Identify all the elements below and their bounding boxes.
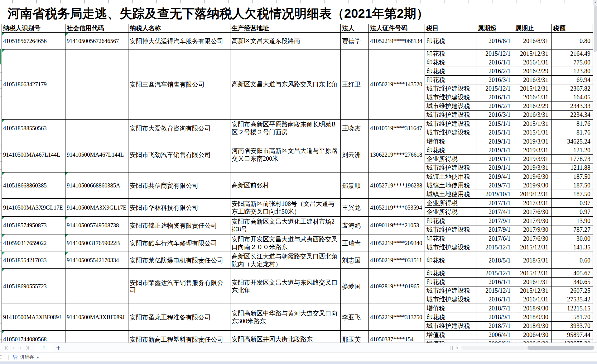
period-end-cell[interactable]: 2015/1/31 (514, 128, 552, 137)
period-start-cell[interactable]: 2015/12/1 (476, 49, 514, 58)
col-header-credit-code[interactable]: 社会信用代码 (65, 24, 128, 33)
tax-amount-cell[interactable]: 581.70 (552, 313, 593, 322)
tax-item-cell[interactable]: 印花税 (425, 313, 476, 322)
sheet-tab-1[interactable]: 1 (35, 343, 53, 353)
tax-item-cell[interactable]: 增值税 (425, 339, 476, 343)
period-end-cell[interactable]: 2019/9/30 (514, 181, 552, 190)
tax-amount-cell[interactable]: 787.27 (552, 225, 593, 234)
tax-item-cell[interactable]: 印花税 (425, 234, 476, 243)
legal-person-cell[interactable]: 王瑞青 (341, 234, 369, 252)
period-end-cell[interactable]: 2017/6/30 (514, 234, 552, 243)
legal-id-cell[interactable]: 41010519****311647 (369, 119, 425, 137)
address-cell[interactable]: 高新区长江大道与朝霞路交叉口西北角院内（大定龙村） (230, 252, 341, 269)
tax-item-cell[interactable]: 城市维护建设税 (425, 128, 476, 137)
taxpayer-name-cell[interactable]: 安阳市圣龙工程准备有限公司 (128, 304, 230, 330)
tax-item-cell[interactable]: 企业所得税 (425, 199, 476, 208)
period-start-cell[interactable]: 2016/1/1 (476, 58, 514, 67)
tax-amount-cell[interactable]: 405.67 (552, 269, 593, 278)
tax-item-cell[interactable]: 城镇土地使用税 (425, 181, 476, 190)
tax-item-cell[interactable]: 城市维护建设税 (425, 93, 476, 102)
period-end-cell[interactable]: 2015/12/31 (514, 286, 552, 295)
address-cell[interactable]: 安阳市高新区文昌大道化工建材市场2排8号 (230, 216, 341, 234)
tax-amount-cell[interactable]: 27535.42 (552, 295, 593, 304)
period-end-cell[interactable]: 2019/12/31 (514, 190, 552, 199)
tax-item-cell[interactable]: 城市维护建设税 (425, 102, 476, 111)
tax-amount-cell[interactable]: 2607.25 (552, 286, 593, 295)
taxpayer-id-cell[interactable]: 410518554217033 (2, 252, 65, 269)
tax-item-cell[interactable]: 城市维护建设税 (425, 163, 476, 173)
period-end-cell[interactable]: 2015/12/31 (514, 84, 552, 93)
taxpayer-id-cell[interactable]: 410518588550563 (2, 119, 65, 137)
taxpayer-name-cell[interactable]: 安阳市大爱教育咨询有限公司 (128, 119, 230, 137)
address-cell[interactable]: 安阳市高新区平原路南段东侧长明苑B区２号楼２号门面房 (230, 119, 341, 137)
tax-item-cell[interactable]: 印花税 (425, 269, 476, 278)
page-title[interactable]: 河南省税务局走逃、失踪及查无下落纳税人欠税情况明细表（2021年第2期） (7, 4, 429, 22)
taxpayer-name-cell[interactable]: 安阳市飞劲汽车销售有限公司 (128, 137, 230, 172)
period-start-cell[interactable]: 2019/1/1 (476, 146, 514, 155)
legal-person-cell[interactable]: 王红卫 (341, 49, 369, 119)
period-end-cell[interactable]: 2006/4/30 (514, 330, 552, 339)
period-start-cell[interactable]: 2015/12/1 (476, 286, 514, 295)
period-end-cell[interactable]: 2019/3/31 (514, 155, 552, 163)
tax-item-cell[interactable]: 印花税 (425, 76, 476, 84)
add-sheet-icon[interactable]: + (56, 343, 60, 352)
credit-code-cell[interactable]: 914105005672646567 (65, 33, 128, 49)
prev-sheet-icon[interactable] (10, 344, 17, 351)
tax-amount-cell[interactable]: 187.50 (552, 190, 593, 199)
col-header-taxpayer-name[interactable]: 纳税人名称 (128, 24, 230, 33)
tax-item-cell[interactable]: 城市维护建设税 (425, 225, 476, 234)
horizontal-scrollbar-thumb[interactable] (527, 346, 594, 350)
tax-amount-cell[interactable]: 34625.24 (552, 137, 593, 146)
period-start-cell[interactable]: 2006/6/1 (476, 339, 514, 343)
col-header-tax-amount[interactable]: 税额 (552, 24, 593, 33)
legal-person-cell[interactable]: 刘云洲 (341, 137, 369, 172)
legal-person-cell[interactable]: 王兴龙 (341, 199, 369, 216)
address-cell[interactable]: 安阳高新区井冈大街北段路东 (230, 330, 341, 343)
period-start-cell[interactable]: 2006/4/1 (476, 330, 514, 339)
period-start-cell[interactable]: 2016/3/1 (476, 76, 514, 84)
credit-code-cell[interactable] (65, 49, 128, 119)
period-end-cell[interactable]: 2016/8/31 (514, 33, 552, 49)
col-header-period-end[interactable]: 属期止 (514, 24, 552, 33)
horizontal-scrollbar[interactable] (461, 346, 595, 350)
legal-id-cell[interactable]: 41052219****313750 (369, 304, 425, 330)
period-end-cell[interactable]: 2015/1/31 (514, 119, 552, 128)
legal-id-cell[interactable]: 41052719****196238 (369, 172, 425, 199)
first-sheet-icon[interactable] (3, 344, 10, 351)
period-start-cell[interactable]: 2018/7/1 (476, 322, 514, 331)
taxpayer-id-cell[interactable]: 91410500MA3XBF089J (2, 304, 65, 330)
legal-person-cell[interactable]: 李亚飞 (341, 304, 369, 330)
taxpayer-id-cell[interactable]: 410518574950873 (2, 216, 65, 234)
credit-code-cell[interactable]: 914105005749508738 (65, 216, 128, 234)
period-start-cell[interactable]: 2016/2/1 (476, 102, 514, 111)
period-end-cell[interactable]: 2017/9/30 (514, 216, 552, 225)
period-end-cell[interactable]: 2015/12/31 (514, 49, 552, 58)
tax-item-cell[interactable]: 印花税 (425, 278, 476, 286)
taxpayer-id-cell[interactable]: 410590317659022 (2, 234, 65, 252)
tax-item-cell[interactable]: 城镇土地使用税 (425, 190, 476, 199)
legal-id-cell[interactable]: 41052219****068134 (369, 33, 425, 49)
tax-amount-cell[interactable]: 0.97 (552, 208, 593, 217)
tax-amount-cell[interactable]: 1778.73 (552, 155, 593, 163)
period-end-cell[interactable]: 2016/2/29 (514, 102, 552, 111)
period-start-cell[interactable]: 2018/5/1 (476, 252, 514, 269)
credit-code-cell[interactable]: 91410500MA3X9GL17E (65, 199, 128, 216)
credit-code-cell[interactable]: 91410500MA467L144L (65, 137, 128, 172)
period-end-cell[interactable]: 2017/6/30 (514, 208, 552, 217)
period-start-cell[interactable]: 2017/9/1 (476, 225, 514, 234)
inventory-app-label[interactable]: 进销存 (20, 354, 34, 360)
taxpayer-name-cell[interactable]: 安阳市荣鑫达汽车销售服务有限公司 (128, 269, 230, 304)
period-start-cell[interactable]: 2017/1/1 (476, 199, 514, 208)
period-start-cell[interactable]: 2019/1/1 (476, 163, 514, 173)
address-cell[interactable]: 高新区前张村 (230, 172, 341, 199)
taxpayer-name-cell[interactable]: 安阳三鑫汽车销售有限公司 (128, 49, 230, 119)
period-end-cell[interactable]: 2019/3/31 (514, 163, 552, 173)
col-header-address[interactable]: 生产经营地址 (230, 24, 341, 33)
legal-id-cell[interactable]: 41052119****053594 (369, 199, 425, 216)
tax-item-cell[interactable]: 印花税 (425, 49, 476, 58)
legal-id-cell[interactable]: 13062219****276618 (369, 137, 425, 172)
col-header-period-start[interactable]: 属期起 (476, 24, 514, 33)
period-start-cell[interactable]: 2016/1/1 (476, 295, 514, 304)
tax-amount-cell[interactable]: 164.05 (552, 93, 593, 102)
period-end-cell[interactable]: 2018/9/30 (514, 313, 552, 322)
